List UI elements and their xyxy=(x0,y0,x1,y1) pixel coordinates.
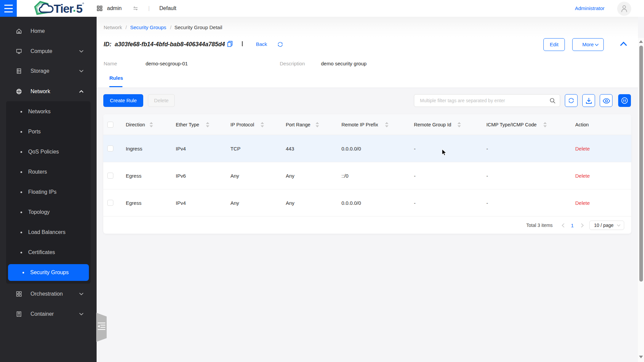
svg-text:Tier: Tier xyxy=(54,2,74,15)
svg-text:5: 5 xyxy=(76,2,83,15)
